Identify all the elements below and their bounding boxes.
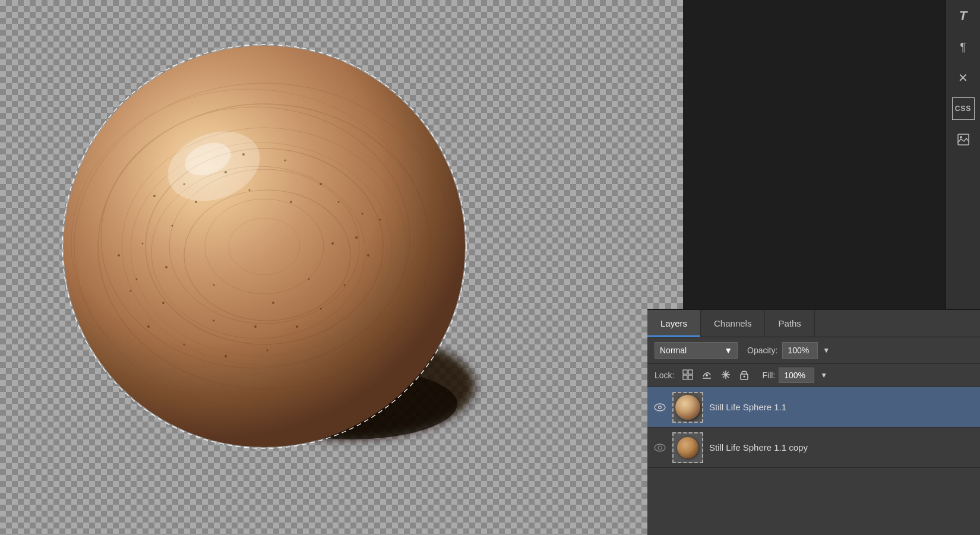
svg-point-41 [172,225,173,227]
blend-mode-dropdown[interactable]: Normal ▼ [655,342,738,359]
svg-point-33 [184,344,185,346]
blend-mode-value: Normal [660,346,687,355]
svg-point-39 [380,219,381,221]
svg-point-32 [147,325,150,328]
dark-upper-panel [683,0,980,309]
fill-label: Fill: [762,371,775,380]
svg-point-69 [659,406,661,408]
svg-point-22 [165,266,167,268]
svg-point-54 [960,136,962,138]
svg-point-46 [355,236,358,239]
blend-dropdown-arrow: ▼ [724,346,732,355]
svg-point-20 [225,171,227,173]
layer-visibility-eye[interactable] [653,401,666,414]
svg-point-36 [296,325,298,328]
svg-point-27 [362,213,363,215]
svg-point-50 [162,302,165,304]
svg-point-47 [320,308,322,310]
opacity-label: Opacity: [747,346,777,355]
svg-point-51 [136,278,138,280]
image-icon[interactable] [952,128,975,151]
blend-opacity-row: Normal ▼ Opacity: 100% ▼ [647,337,980,364]
opacity-value[interactable]: 100% [782,342,818,359]
sphere-svg [36,18,540,505]
fill-value[interactable]: 100% [779,368,814,383]
svg-rect-56 [688,370,693,374]
svg-point-59 [706,374,708,376]
sidebar-icons-panel: T ¶ ✕ CSS [946,0,980,309]
svg-point-29 [284,160,286,162]
layer-item[interactable]: Still Life Sphere 1.1 [647,387,980,428]
svg-point-66 [744,375,745,377]
layer-item[interactable]: Still Life Sphere 1.1 copy [647,428,980,468]
svg-point-26 [331,242,334,245]
layer-name: Still Life Sphere 1.1 [709,402,974,412]
svg-point-35 [267,350,268,352]
layers-panel: Layers Channels Paths Normal ▼ Opacity: … [647,309,980,535]
lock-label: Lock: [655,371,674,380]
lock-all-icon[interactable] [737,368,751,383]
svg-point-18 [153,195,156,197]
sphere-thumb-layer1 [675,395,700,420]
lock-fill-row: Lock: [647,364,980,387]
cross-icon[interactable]: ✕ [952,67,975,89]
css-badge[interactable]: CSS [952,97,975,120]
svg-rect-55 [683,370,687,374]
opacity-dropdown-arrow[interactable]: ▼ [823,346,830,354]
tab-channels[interactable]: Channels [701,310,765,337]
svg-point-21 [142,243,144,245]
opacity-number: 100% [788,346,809,355]
fill-dropdown-arrow[interactable]: ▼ [820,371,827,379]
svg-point-44 [290,201,292,203]
layers-list: Still Life Sphere 1.1 Still Life Sphere … [647,387,980,468]
fill-number: 100% [784,371,805,380]
svg-point-34 [225,355,227,357]
sphere-thumb-layer2 [677,437,698,458]
svg-point-31 [130,290,132,292]
lock-position-icon[interactable] [718,368,734,383]
svg-point-37 [344,284,346,286]
svg-point-30 [242,153,245,156]
svg-point-42 [195,201,197,203]
layer-visibility-eye[interactable] [653,441,666,454]
svg-point-19 [184,183,185,185]
svg-point-48 [254,325,257,328]
svg-rect-57 [683,375,687,379]
layer-name: Still Life Sphere 1.1 copy [709,442,974,452]
svg-rect-58 [688,375,693,379]
paragraph-icon[interactable]: ¶ [952,36,975,58]
svg-point-40 [118,254,120,257]
svg-point-49 [213,320,215,322]
layer-thumbnail [672,392,703,423]
svg-point-24 [272,302,274,304]
svg-point-43 [249,189,251,191]
tab-layers[interactable]: Layers [647,310,701,337]
lock-pixels-icon[interactable] [680,368,696,383]
lock-image-icon[interactable] [699,368,715,383]
svg-point-25 [308,278,310,280]
svg-point-45 [338,201,340,203]
layer-thumbnail [672,432,703,463]
sphere-container [36,18,540,505]
svg-point-28 [320,183,322,185]
svg-point-3 [64,46,465,447]
svg-point-70 [655,444,665,451]
svg-point-38 [367,254,369,257]
svg-point-71 [658,446,662,449]
tabs-row: Layers Channels Paths [647,310,980,337]
svg-point-23 [213,284,215,286]
text-icon[interactable]: T [952,5,975,27]
tab-paths[interactable]: Paths [765,310,814,337]
